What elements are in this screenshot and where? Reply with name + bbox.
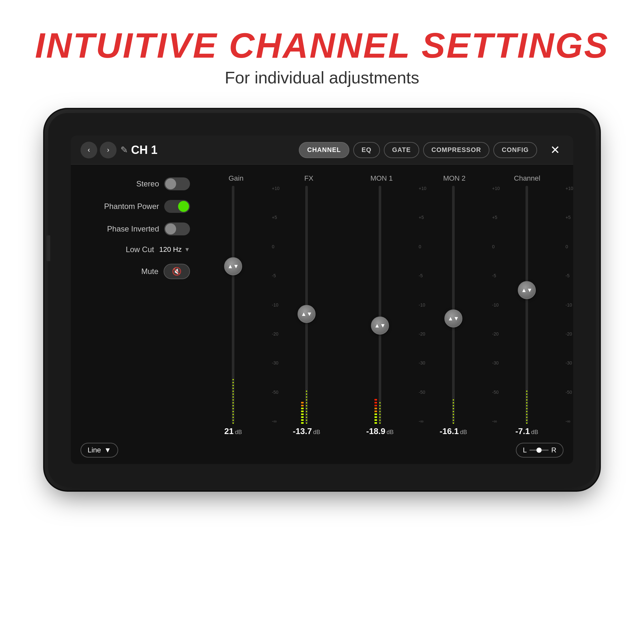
tablet-wrapper: ‹ › ✎ CH 1 CHANNEL EQ GATE COMPRESSOR CO… (48, 113, 596, 487)
fader-unit-mon1: dB (387, 429, 394, 436)
phase-inverted-toggle[interactable] (164, 223, 190, 235)
low-cut-label: Low Cut (81, 245, 154, 254)
low-cut-dropdown[interactable]: 120 Hz ▼ (159, 245, 190, 254)
fader-track-mon2: ▲▼ (452, 186, 455, 424)
fader-value-mon2: -16.1 (440, 426, 459, 436)
fader-track-area-mon2: ▲▼ +10 +5 0 -5 -10 -20 (417, 186, 490, 424)
phase-inverted-label: Phase Inverted (81, 224, 159, 233)
fader-handle-mon2[interactable]: ▲▼ (444, 309, 462, 327)
lr-right-label: R (551, 446, 556, 454)
fader-value-row-gain: 21 dB (224, 426, 242, 436)
fader-handle-arrows-mon2: ▲▼ (448, 316, 459, 321)
phase-inverted-toggle-knob (165, 223, 176, 234)
fader-value-mon1: -18.9 (366, 426, 385, 436)
fader-track-channel: ▲▼ (526, 186, 528, 424)
fader-handle-arrows-gain: ▲▼ (227, 263, 239, 269)
fader-fill-fx (306, 269, 308, 424)
nav-buttons: ‹ › (81, 142, 117, 158)
fader-value-row-channel: -7.1 dB (516, 426, 538, 436)
tab-gate[interactable]: GATE (384, 142, 419, 158)
tab-channel[interactable]: CHANNEL (299, 142, 349, 158)
screen-content: Stereo Phantom Power Phase (71, 165, 573, 443)
fader-track-gain: ▲▼ (232, 186, 234, 424)
mute-label: Mute (81, 267, 158, 276)
fader-unit-gain: dB (235, 429, 242, 436)
lr-control[interactable]: L R (516, 443, 563, 458)
mute-button[interactable]: 🔇 (164, 264, 190, 279)
tablet-screen: ‹ › ✎ CH 1 CHANNEL EQ GATE COMPRESSOR CO… (71, 136, 573, 464)
nav-back-button[interactable]: ‹ (81, 142, 97, 158)
screen-header: ‹ › ✎ CH 1 CHANNEL EQ GATE COMPRESSOR CO… (71, 136, 573, 165)
fader-track-mon1: ▲▼ (379, 186, 381, 424)
edit-icon[interactable]: ✎ (120, 145, 128, 155)
fader-track-fx: ▲▼ (305, 186, 308, 424)
tab-compressor[interactable]: COMPRESSOR (423, 142, 489, 158)
fader-unit-fx: dB (313, 429, 320, 436)
main-title: INTUITIVE CHANNEL SETTINGS (35, 26, 609, 65)
nav-forward-button[interactable]: › (100, 142, 117, 158)
fader-track-area-gain: ▲▼ +10 +5 0 -5 -10 -20 (196, 186, 270, 424)
sub-title: For individual adjustments (225, 68, 419, 87)
stereo-control-row: Stereo (81, 177, 190, 190)
fader-fill-channel (526, 252, 528, 424)
fader-handle-arrows-mon1: ▲▼ (374, 323, 386, 328)
tab-config[interactable]: CONFIG (493, 142, 537, 158)
faders-panel: Gain FX MON 1 MON 2 Channel (196, 174, 563, 436)
channel-name: CH 1 (131, 143, 157, 157)
fader-handle-channel[interactable]: ▲▼ (518, 281, 536, 299)
fader-col-mon1: ▲▼ +10 +5 0 -5 -10 -20 (343, 186, 417, 436)
fader-col-fx: ▲▼ -13.7 dB (270, 186, 343, 436)
phase-inverted-control-row: Phase Inverted (81, 223, 190, 235)
fader-value-channel: -7.1 (516, 426, 530, 436)
fader-header-gain: Gain (200, 174, 272, 183)
fader-value-gain: 21 (224, 426, 234, 436)
fader-col-channel: ▲▼ +10 +5 0 -5 -10 -20 (490, 186, 563, 436)
input-type-dropdown[interactable]: Line ▼ (81, 443, 118, 458)
fader-fill-mon1 (379, 293, 381, 424)
left-panel: Stereo Phantom Power Phase (81, 174, 190, 436)
tab-bar: CHANNEL EQ GATE COMPRESSOR CONFIG (299, 142, 537, 158)
stereo-label: Stereo (81, 179, 159, 188)
fader-track-area-mon1: ▲▼ +10 +5 0 -5 -10 -20 (343, 186, 417, 424)
fader-fill-mon2 (452, 286, 454, 424)
fader-handle-arrows-channel: ▲▼ (521, 287, 533, 293)
input-type-arrow-icon: ▼ (104, 446, 111, 454)
mute-icon: 🔇 (172, 267, 182, 276)
close-button[interactable]: ✕ (547, 142, 563, 158)
tablet-side-button (46, 235, 50, 261)
fader-track-area-fx: ▲▼ (270, 186, 343, 424)
fader-value-row-mon2: -16.1 dB (440, 426, 467, 436)
lr-slider[interactable] (529, 450, 549, 451)
lr-left-label: L (523, 446, 527, 454)
phantom-power-control-row: Phantom Power (81, 200, 190, 213)
fader-header-fx: FX (272, 174, 345, 183)
fader-value-row-mon1: -18.9 dB (366, 426, 393, 436)
phantom-power-toggle[interactable] (164, 200, 190, 213)
faders-row: ▲▼ +10 +5 0 -5 -10 -20 (196, 186, 563, 436)
tab-eq[interactable]: EQ (353, 142, 380, 158)
fader-handle-gain[interactable]: ▲▼ (224, 257, 242, 275)
page-header: INTUITIVE CHANNEL SETTINGS For individua… (35, 26, 609, 87)
bottom-bar: Line ▼ L R (71, 443, 573, 464)
fader-col-gain: ▲▼ +10 +5 0 -5 -10 -20 (196, 186, 270, 436)
tablet-body: ‹ › ✎ CH 1 CHANNEL EQ GATE COMPRESSOR CO… (48, 113, 596, 487)
mute-control-row: Mute 🔇 (81, 264, 190, 279)
stereo-toggle[interactable] (164, 177, 190, 190)
fader-col-mon2: ▲▼ +10 +5 0 -5 -10 -20 (417, 186, 490, 436)
input-type-value: Line (88, 446, 101, 454)
fader-handle-mon1[interactable]: ▲▼ (371, 317, 389, 335)
fader-track-area-channel: ▲▼ +10 +5 0 -5 -10 -20 (490, 186, 563, 424)
level-meter-fx (301, 402, 304, 424)
fader-header-mon1: MON 1 (345, 174, 418, 183)
fader-header-channel: Channel (491, 174, 563, 183)
stereo-toggle-knob (165, 178, 176, 189)
scale-labels-channel: +10 +5 0 -5 -10 -20 -30 -50 -∞ (565, 186, 573, 424)
fader-handle-fx[interactable]: ▲▼ (298, 305, 316, 323)
fader-unit-mon2: dB (460, 429, 467, 436)
fader-handle-arrows-fx: ▲▼ (301, 311, 312, 317)
fader-value-fx: -13.7 (293, 426, 312, 436)
low-cut-value: 120 Hz (159, 245, 182, 254)
low-cut-arrow-icon: ▼ (184, 246, 190, 253)
phantom-power-toggle-knob (178, 201, 189, 212)
fader-value-row-fx: -13.7 dB (293, 426, 320, 436)
